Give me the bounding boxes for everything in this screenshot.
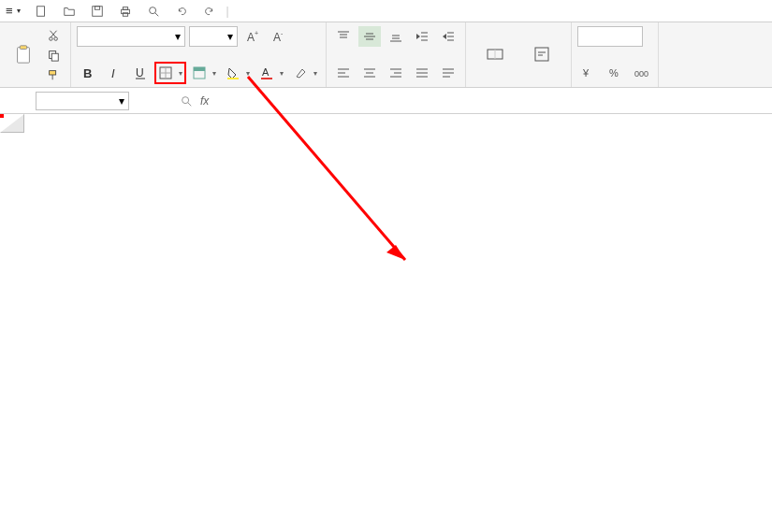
svg-rect-63 <box>535 48 548 61</box>
svg-text:A: A <box>247 31 255 44</box>
chevron-down-icon: ▾ <box>246 69 250 78</box>
cell-styles-button[interactable]: ▾ <box>189 63 219 83</box>
font-group: ▾ ▾ A+ A- B I U ▾ ▾ ▾ A▾ ▾ <box>71 22 327 87</box>
wrap-text-button[interactable] <box>518 26 565 83</box>
svg-line-68 <box>188 102 192 106</box>
divider: | <box>226 5 229 18</box>
align-middle-icon[interactable] <box>358 26 381 47</box>
svg-point-67 <box>182 96 189 103</box>
bold-button[interactable]: B <box>77 63 99 83</box>
zoom-icon <box>180 94 193 108</box>
indent-increase-icon[interactable] <box>437 26 459 47</box>
ribbon: ▾ ▾ A+ A- B I U ▾ ▾ ▾ A▾ ▾ <box>0 22 772 88</box>
svg-rect-9 <box>20 46 26 50</box>
svg-text:I: I <box>111 66 115 80</box>
formula-input-area[interactable]: fx <box>180 94 209 108</box>
italic-button[interactable]: I <box>103 63 125 83</box>
clear-format-button[interactable]: ▾ <box>290 63 320 83</box>
svg-marker-70 <box>386 245 405 260</box>
align-top-icon[interactable] <box>332 26 355 47</box>
chevron-down-icon: ▾ <box>313 69 317 78</box>
svg-rect-30 <box>261 78 272 79</box>
align-distribute-icon[interactable] <box>437 63 459 83</box>
print-icon[interactable] <box>114 1 137 22</box>
chevron-down-icon: ▾ <box>179 69 182 78</box>
fill-color-button[interactable]: ▾ <box>223 63 253 83</box>
svg-text:A: A <box>262 66 269 78</box>
svg-text:A: A <box>273 31 281 44</box>
select-all-corner[interactable] <box>0 114 24 133</box>
align-justify-icon[interactable] <box>411 63 433 83</box>
number-group: ¥ % 000 <box>572 22 659 87</box>
svg-rect-4 <box>123 7 127 9</box>
svg-point-10 <box>50 37 53 41</box>
redo-icon[interactable] <box>198 1 221 22</box>
open-icon[interactable] <box>58 1 80 22</box>
svg-rect-13 <box>51 53 58 61</box>
svg-text:+: + <box>255 30 258 36</box>
comma-icon[interactable]: 000 <box>630 63 652 83</box>
svg-text:¥: ¥ <box>582 67 590 79</box>
chevron-down-icon: ▾ <box>175 30 181 43</box>
svg-text:000: 000 <box>634 69 648 79</box>
indent-decrease-icon[interactable] <box>411 26 433 47</box>
chevron-down-icon: ▾ <box>227 30 233 43</box>
svg-rect-27 <box>194 67 205 71</box>
number-format-select[interactable] <box>577 26 643 47</box>
merge-center-button[interactable] <box>472 26 518 83</box>
svg-rect-14 <box>50 71 56 75</box>
quick-access-toolbar: | <box>26 1 233 22</box>
svg-rect-0 <box>36 6 44 16</box>
file-menu[interactable]: ≡ ▾ <box>0 0 26 22</box>
svg-point-11 <box>54 37 58 41</box>
svg-text:U: U <box>136 66 144 79</box>
alignment-group <box>327 22 466 87</box>
svg-text:-: - <box>281 30 284 36</box>
clipboard-group <box>0 22 71 87</box>
menu-bar: ≡ ▾ | <box>0 0 772 22</box>
percent-icon[interactable]: % <box>604 63 626 83</box>
font-name-select[interactable]: ▾ <box>77 26 185 47</box>
paste-button[interactable] <box>6 26 41 84</box>
undo-icon[interactable] <box>170 1 193 22</box>
svg-text:B: B <box>83 66 92 80</box>
svg-point-6 <box>149 7 155 13</box>
chevron-down-icon: ▾ <box>212 69 216 78</box>
new-icon[interactable] <box>30 1 52 22</box>
underline-button[interactable]: U <box>129 63 152 83</box>
svg-line-7 <box>154 12 158 16</box>
svg-rect-2 <box>95 6 99 9</box>
align-center-icon[interactable] <box>358 63 381 83</box>
align-left-icon[interactable] <box>332 63 355 83</box>
fx-icon: fx <box>200 94 209 108</box>
chevron-down-icon: ▾ <box>119 94 124 108</box>
align-right-icon[interactable] <box>385 63 407 83</box>
svg-rect-28 <box>227 78 239 79</box>
merge-wrap-group <box>466 22 572 87</box>
decrease-font-icon[interactable]: A- <box>268 26 290 47</box>
format-painter-button[interactable] <box>45 65 65 84</box>
increase-font-icon[interactable]: A+ <box>241 26 264 47</box>
hamburger-icon: ≡ <box>6 4 13 18</box>
save-icon[interactable] <box>86 1 109 22</box>
chevron-down-icon: ▾ <box>280 69 284 78</box>
print-preview-icon[interactable] <box>142 1 165 22</box>
selection-highlight <box>0 114 4 118</box>
name-box[interactable]: ▾ <box>36 92 129 110</box>
formula-bar: ▾ fx <box>0 88 772 114</box>
cut-button[interactable] <box>45 26 65 45</box>
font-color-button[interactable]: A▾ <box>256 63 286 83</box>
borders-button[interactable]: ▾ <box>155 63 185 83</box>
svg-text:%: % <box>609 67 619 79</box>
font-size-select[interactable]: ▾ <box>189 26 238 47</box>
copy-button[interactable] <box>45 46 65 65</box>
chevron-down-icon: ▾ <box>17 7 21 15</box>
align-bottom-icon[interactable] <box>385 26 407 47</box>
svg-rect-8 <box>18 48 30 63</box>
svg-rect-1 <box>92 6 102 16</box>
currency-icon[interactable]: ¥ <box>577 63 600 83</box>
